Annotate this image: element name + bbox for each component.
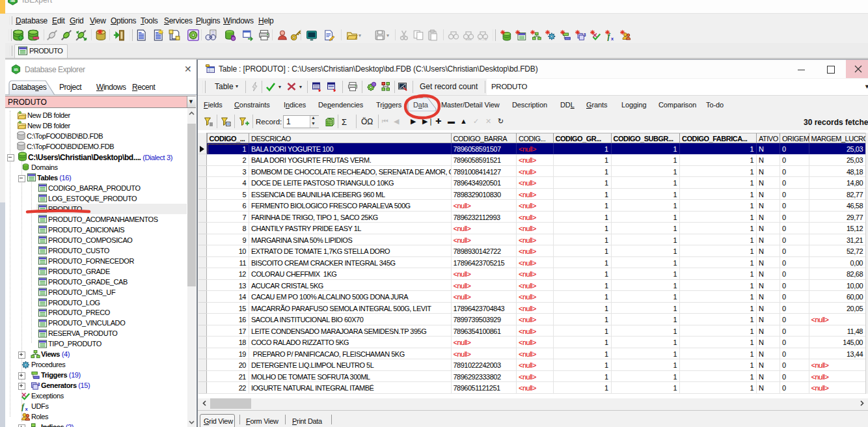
- svg-text:IB: IB: [10, 0, 15, 3]
- svg-text:aaa: aaa: [465, 37, 472, 41]
- svg-text:A→B: A→B: [478, 37, 487, 41]
- svg-text:f: f: [608, 33, 611, 41]
- svg-text:3: 3: [584, 32, 586, 38]
- svg-text:x: x: [25, 406, 29, 411]
- svg-text:3: 3: [37, 381, 40, 387]
- svg-text:x: x: [611, 36, 614, 41]
- svg-text:IB: IB: [14, 67, 18, 72]
